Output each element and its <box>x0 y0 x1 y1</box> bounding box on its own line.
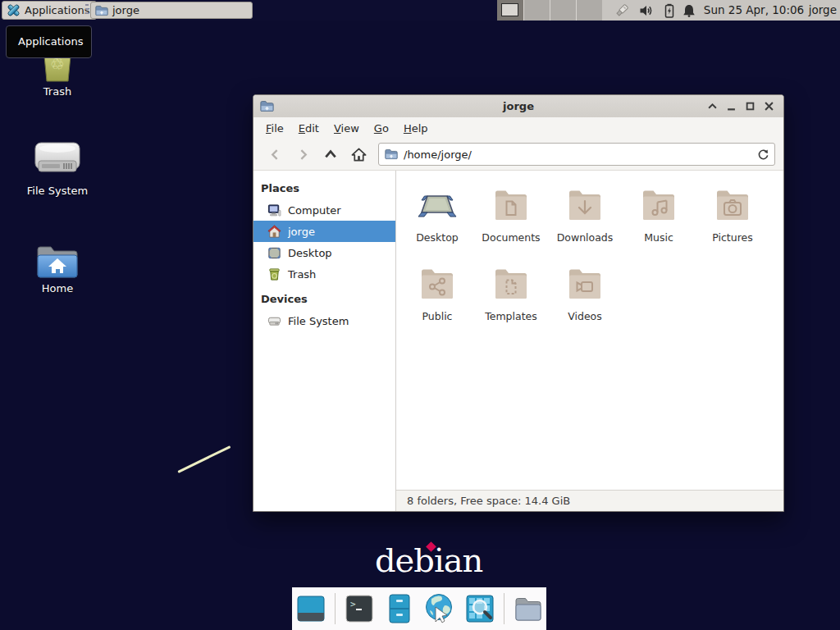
file-downloads[interactable]: Downloads <box>548 182 622 261</box>
top-panel: Applications jorge <box>0 0 840 21</box>
taskbar-window-label: jorge <box>112 4 139 16</box>
menu-file[interactable]: File <box>258 119 291 138</box>
dock-separator <box>504 593 504 624</box>
sidebar-label-computer: Computer <box>288 204 341 217</box>
forward-button[interactable] <box>291 143 314 166</box>
file-label: Pictures <box>712 231 753 244</box>
drive-icon <box>267 314 281 328</box>
workspace-3[interactable] <box>550 0 576 21</box>
panel-user-menu[interactable]: jorge <box>809 0 837 21</box>
battery-icon[interactable] <box>662 3 677 18</box>
shade-button[interactable] <box>703 97 722 116</box>
applications-menu-button[interactable]: Applications <box>2 1 97 20</box>
sidebar-item-computer[interactable]: Computer <box>253 199 395 221</box>
trash-desktop-label[interactable]: Trash <box>4 85 111 98</box>
sidebar-label-trash: Trash <box>288 268 316 281</box>
home-icon <box>267 225 281 239</box>
places-header: Places <box>253 177 395 199</box>
home-button[interactable] <box>347 143 370 166</box>
sidebar-label-desktop: Desktop <box>288 247 332 259</box>
show-desktop-icon <box>295 593 326 624</box>
file-list: Desktop Documents <box>396 171 783 490</box>
menu-view[interactable]: View <box>326 119 367 138</box>
terminal-button[interactable]: > <box>343 592 376 625</box>
workspace-2[interactable] <box>523 0 550 21</box>
file-label: Videos <box>568 310 602 322</box>
workspace-window-thumbnail <box>501 3 518 16</box>
minimize-button[interactable] <box>722 97 741 116</box>
sidebar-item-desktop[interactable]: Desktop <box>253 242 395 263</box>
terminal-icon: > <box>344 593 375 624</box>
address-path[interactable]: /home/jorge/ <box>404 148 751 161</box>
status-text: 8 folders, Free space: 14.4 GiB <box>407 495 570 507</box>
file-label: Downloads <box>557 231 614 244</box>
videos-folder-icon <box>565 264 605 304</box>
window-titlebar[interactable]: jorge <box>253 95 783 117</box>
dock: > <box>292 587 546 630</box>
panel-clock[interactable]: Sun 25 Apr, 10:06 <box>702 0 806 21</box>
devices-header: Devices <box>253 285 395 310</box>
back-button[interactable] <box>263 143 286 166</box>
file-documents[interactable]: Documents <box>474 182 548 261</box>
menu-edit[interactable]: Edit <box>291 119 326 138</box>
documents-folder-icon <box>491 185 531 225</box>
desktop-folder-icon <box>418 185 457 225</box>
application-finder-button[interactable] <box>463 592 496 625</box>
toolbar: /home/jorge/ <box>253 139 783 171</box>
sidebar-item-filesystem[interactable]: File System <box>253 310 395 331</box>
home-desktop-label[interactable]: Home <box>4 282 111 294</box>
notification-bell-icon[interactable] <box>682 3 696 18</box>
trash-icon <box>267 267 281 281</box>
file-templates[interactable]: Templates <box>474 261 548 340</box>
file-label: Templates <box>485 310 537 322</box>
reload-icon[interactable] <box>757 148 769 161</box>
maximize-button[interactable] <box>741 97 760 116</box>
templates-folder-icon <box>491 264 531 304</box>
address-folder-icon <box>385 148 398 161</box>
close-button[interactable] <box>760 97 778 116</box>
dock-separator <box>335 593 336 624</box>
menu-help[interactable]: Help <box>396 119 436 138</box>
folder-icon <box>95 4 108 17</box>
volume-icon[interactable] <box>639 3 654 18</box>
file-manager-button[interactable] <box>383 592 416 625</box>
menubar: File Edit View Go Help <box>253 117 783 139</box>
public-folder-icon <box>418 264 457 304</box>
desktop-artifact-line <box>177 445 231 473</box>
computer-icon <box>267 203 281 217</box>
web-browser-icon <box>423 592 456 625</box>
address-bar[interactable]: /home/jorge/ <box>378 143 775 166</box>
sidebar-item-trash[interactable]: Trash <box>253 263 395 285</box>
desktop: Applications jorge <box>0 0 840 630</box>
up-button[interactable] <box>319 143 342 166</box>
file-desktop[interactable]: Desktop <box>400 182 474 261</box>
menu-go[interactable]: Go <box>367 119 396 138</box>
downloads-folder-icon <box>565 185 605 225</box>
dock-folder-icon <box>513 593 544 624</box>
removable-device-icon[interactable] <box>614 3 629 18</box>
workspace-switcher <box>497 0 602 21</box>
file-public[interactable]: Public <box>400 261 474 340</box>
show-desktop-button[interactable] <box>294 592 327 625</box>
home-desktop-icon[interactable] <box>36 243 79 279</box>
file-pictures[interactable]: Pictures <box>696 182 769 261</box>
sidebar-item-jorge[interactable]: jorge <box>253 221 395 242</box>
file-label: Public <box>422 310 453 322</box>
xfce-logo-icon <box>7 3 21 17</box>
sidebar-label-jorge: jorge <box>288 226 315 238</box>
taskbar-window-button[interactable]: jorge <box>90 2 253 19</box>
workspace-1[interactable] <box>497 0 523 21</box>
app-finder-icon <box>464 593 495 624</box>
taskbar-drag-handle[interactable] <box>85 4 89 16</box>
filesystem-desktop-label[interactable]: File System <box>4 185 111 197</box>
file-videos[interactable]: Videos <box>548 261 622 340</box>
filesystem-desktop-icon[interactable] <box>34 139 81 177</box>
music-folder-icon <box>639 185 678 225</box>
workspace-4[interactable] <box>576 0 602 21</box>
desktop-icon <box>267 246 281 260</box>
file-music[interactable]: Music <box>622 182 696 261</box>
debian-wordmark: debian <box>375 541 482 579</box>
folder-shortcut-button[interactable] <box>512 592 545 625</box>
web-browser-button[interactable] <box>423 592 456 625</box>
sidebar: Places Computer <box>253 171 396 511</box>
